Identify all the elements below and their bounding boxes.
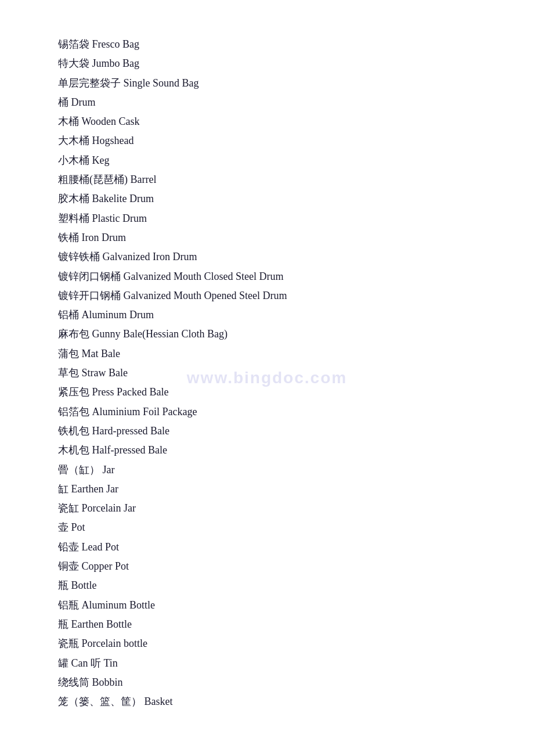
list-item: 瓶 Bottle xyxy=(58,576,476,595)
list-item: 铜壶 Copper Pot xyxy=(58,557,476,576)
list-item: 瓷缸 Porcelain Jar xyxy=(58,499,476,518)
list-item: 塑料桶 Plastic Drum xyxy=(58,209,476,228)
content-list: 锡箔袋 Fresco Bag特大袋 Jumbo Bag单层完整袋子 Single… xyxy=(58,35,476,711)
list-item: 木机包 Half-pressed Bale xyxy=(58,441,476,460)
list-item: 笼（篓、篮、筐） Basket xyxy=(58,692,476,711)
list-item: 铝瓶 Aluminum Bottle xyxy=(58,596,476,615)
list-item: 瓷瓶 Porcelain bottle xyxy=(58,634,476,653)
list-item: 蒲包 Mat Bale xyxy=(58,344,476,363)
list-item: 胶木桶 Bakelite Drum xyxy=(58,189,476,208)
list-item: 特大袋 Jumbo Bag xyxy=(58,54,476,73)
list-item: 壶 Pot xyxy=(58,518,476,537)
list-item: 草包 Straw Bale xyxy=(58,363,476,383)
list-item: 镀锌闭口钢桶 Galvanized Mouth Closed Steel Dru… xyxy=(58,267,476,286)
list-item: 铝桶 Aluminum Drum xyxy=(58,305,476,325)
list-item: 罾（缸） Jar xyxy=(58,460,476,480)
list-item: 铝箔包 Aluminium Foil Package xyxy=(58,402,476,422)
list-item: 瓶 Earthen Bottle xyxy=(58,615,476,634)
list-item: 桶 Drum xyxy=(58,93,476,112)
list-item: 粗腰桶(琵琶桶) Barrel xyxy=(58,170,476,189)
list-item: 镀锌铁桶 Galvanized Iron Drum xyxy=(58,247,476,267)
list-item: 镀锌开口钢桶 Galvanized Mouth Opened Steel Dru… xyxy=(58,286,476,305)
list-item: 木桶 Wooden Cask xyxy=(58,112,476,131)
list-item: 紧压包 Press Packed Bale xyxy=(58,383,476,402)
list-item: 缸 Earthen Jar xyxy=(58,480,476,499)
list-item: 麻布包 Gunny Bale(Hessian Cloth Bag) xyxy=(58,325,476,344)
list-item: 罐 Can 听 Tin xyxy=(58,654,476,673)
list-item: 铅壶 Lead Pot xyxy=(58,538,476,557)
list-item: 大木桶 Hogshead xyxy=(58,131,476,150)
list-item: 铁桶 Iron Drum xyxy=(58,228,476,247)
list-item: 锡箔袋 Fresco Bag xyxy=(58,35,476,54)
list-item: 铁机包 Hard-pressed Bale xyxy=(58,422,476,441)
list-item: 小木桶 Keg xyxy=(58,151,476,170)
list-item: 单层完整袋子 Single Sound Bag xyxy=(58,74,476,93)
list-item: 绕线筒 Bobbin xyxy=(58,673,476,692)
